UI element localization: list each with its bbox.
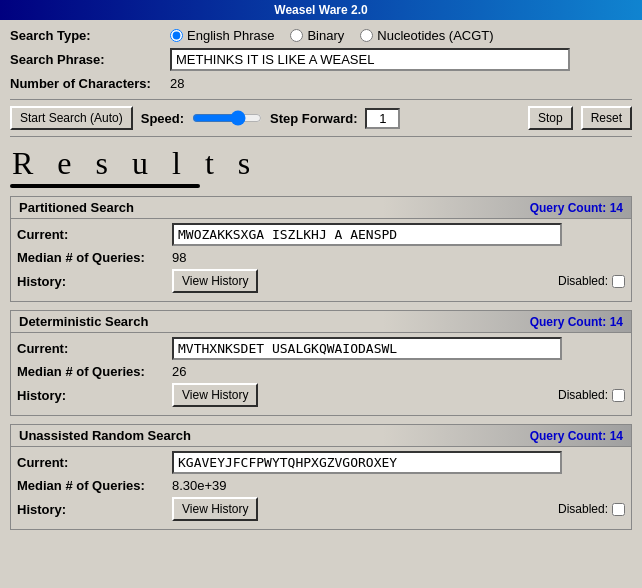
radio-nucleotides[interactable]: Nucleotides (ACGT) [360, 28, 493, 43]
deterministic-history-label: History: [17, 388, 172, 403]
unassisted-view-history-button[interactable]: View History [172, 497, 258, 521]
stop-button[interactable]: Stop [528, 106, 573, 130]
title-bar: Weasel Ware 2.0 [0, 0, 642, 20]
unassisted-median-value: 8.30e+39 [172, 478, 227, 493]
radio-english[interactable]: English Phrase [170, 28, 274, 43]
unassisted-current-input[interactable] [172, 451, 562, 474]
step-input[interactable] [365, 108, 400, 129]
partitioned-history-row: History: View History Disabled: [17, 269, 625, 293]
partitioned-median-label: Median # of Queries: [17, 250, 172, 265]
unassisted-median-row: Median # of Queries: 8.30e+39 [17, 478, 625, 493]
unassisted-disabled-checkbox[interactable] [612, 503, 625, 516]
results-title: R e s u l t s [12, 145, 632, 182]
start-search-button[interactable]: Start Search (Auto) [10, 106, 133, 130]
partitioned-current-input[interactable] [172, 223, 562, 246]
partitioned-current-label: Current: [17, 227, 172, 242]
title-text: Weasel Ware 2.0 [274, 3, 367, 17]
unassisted-section: Unassisted Random Search Query Count: 14… [10, 424, 632, 530]
num-chars-value: 28 [170, 76, 184, 91]
deterministic-title: Deterministic Search [19, 314, 148, 329]
unassisted-query-count: Query Count: 14 [530, 429, 623, 443]
deterministic-current-row: Current: [17, 337, 625, 360]
deterministic-view-history-button[interactable]: View History [172, 383, 258, 407]
deterministic-header: Deterministic Search Query Count: 14 [11, 311, 631, 333]
deterministic-section: Deterministic Search Query Count: 14 Cur… [10, 310, 632, 416]
radio-binary[interactable]: Binary [290, 28, 344, 43]
search-type-label: Search Type: [10, 28, 170, 43]
partitioned-median-row: Median # of Queries: 98 [17, 250, 625, 265]
unassisted-disabled-label: Disabled: [558, 502, 608, 516]
radio-binary-label: Binary [307, 28, 344, 43]
partitioned-disabled: Disabled: [558, 274, 625, 288]
partitioned-section: Partitioned Search Query Count: 14 Curre… [10, 196, 632, 302]
partitioned-median-value: 98 [172, 250, 186, 265]
deterministic-query-count: Query Count: 14 [530, 315, 623, 329]
unassisted-history-row: History: View History Disabled: [17, 497, 625, 521]
search-phrase-label: Search Phrase: [10, 52, 170, 67]
unassisted-median-label: Median # of Queries: [17, 478, 172, 493]
unassisted-title: Unassisted Random Search [19, 428, 191, 443]
deterministic-current-label: Current: [17, 341, 172, 356]
deterministic-disabled-checkbox[interactable] [612, 389, 625, 402]
search-type-group: English Phrase Binary Nucleotides (ACGT) [170, 28, 494, 43]
deterministic-current-input[interactable] [172, 337, 562, 360]
speed-label: Speed: [141, 111, 184, 126]
unassisted-history-label: History: [17, 502, 172, 517]
search-phrase-input[interactable] [170, 48, 570, 71]
partitioned-disabled-checkbox[interactable] [612, 275, 625, 288]
radio-nucleotides-label: Nucleotides (ACGT) [377, 28, 493, 43]
reset-button[interactable]: Reset [581, 106, 632, 130]
results-underline [10, 184, 200, 188]
unassisted-current-row: Current: [17, 451, 625, 474]
deterministic-disabled-label: Disabled: [558, 388, 608, 402]
partitioned-query-count: Query Count: 14 [530, 201, 623, 215]
partitioned-current-row: Current: [17, 223, 625, 246]
partitioned-history-label: History: [17, 274, 172, 289]
partitioned-title: Partitioned Search [19, 200, 134, 215]
partitioned-header: Partitioned Search Query Count: 14 [11, 197, 631, 219]
deterministic-median-row: Median # of Queries: 26 [17, 364, 625, 379]
num-chars-label: Number of Characters: [10, 76, 170, 91]
radio-english-label: English Phrase [187, 28, 274, 43]
deterministic-median-label: Median # of Queries: [17, 364, 172, 379]
unassisted-current-label: Current: [17, 455, 172, 470]
deterministic-history-row: History: View History Disabled: [17, 383, 625, 407]
deterministic-disabled: Disabled: [558, 388, 625, 402]
speed-slider[interactable] [192, 110, 262, 126]
unassisted-disabled: Disabled: [558, 502, 625, 516]
unassisted-header: Unassisted Random Search Query Count: 14 [11, 425, 631, 447]
step-forward-label: Step Forward: [270, 111, 357, 126]
deterministic-median-value: 26 [172, 364, 186, 379]
partitioned-view-history-button[interactable]: View History [172, 269, 258, 293]
partitioned-disabled-label: Disabled: [558, 274, 608, 288]
